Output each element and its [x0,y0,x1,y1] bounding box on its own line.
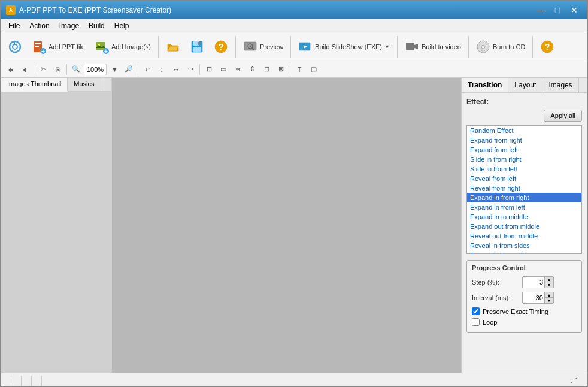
build-video-icon [405,40,419,54]
progress-control: Progress Control Step (%): 3 ▲ ▼ Interva… [466,260,582,333]
tb2-zoom-in-button[interactable]: 🔍 [69,63,83,76]
tb2-rect-button[interactable]: ▭ [217,63,230,76]
tb2-flip-h-button[interactable]: ↔ [169,63,183,76]
effect-item-1[interactable]: Random Effect [467,126,581,135]
add-ppt-icon: + [32,40,46,54]
tb2-copy-button[interactable]: ⎘ [51,63,64,76]
tb2-cut-button[interactable]: ✂ [37,63,50,76]
menu-build[interactable]: Build [84,20,110,31]
title-bar: A A-PDF PPT To EXE (PPT Screensaver Crea… [1,1,587,19]
tb2-select-button[interactable]: ⊡ [202,63,216,76]
menu-bar: File Action Image Build Help [1,19,587,32]
tb2-dist-v-button[interactable]: ⊠ [274,63,287,76]
status-seg3 [26,376,32,386]
preserve-timing-checkbox[interactable] [472,307,480,315]
effect-item-12[interactable]: Reveal out from middle [467,231,581,241]
app-title: A-PDF PPT To EXE (PPT Screensaver Creato… [19,6,171,14]
add-ppt-button[interactable]: + Add PPT file [28,34,89,59]
menu-action[interactable]: Action [25,20,54,31]
maximize-button[interactable]: □ [550,4,565,16]
step-spinner[interactable]: 3 ▲ ▼ [522,276,554,288]
tb2-sep3 [138,64,138,75]
tb2-align-h-button[interactable]: ⇔ [231,63,244,76]
interval-spinner-btns: ▲ ▼ [544,292,553,303]
tab-transition[interactable]: Transition [462,78,508,92]
build-slideshow-button[interactable]: Build SlideShow (EXE) ▼ [294,34,394,59]
effect-item-5[interactable]: Slide in from left [467,164,581,174]
close-button[interactable]: ✕ [566,4,582,16]
tab-layout[interactable]: Layout [508,78,542,92]
svg-point-1 [13,44,17,49]
effect-item-11[interactable]: Expand out from middle [467,222,581,231]
build-dropdown-icon[interactable]: ▼ [384,44,390,50]
toolbar2: ⏮ ⏴ ✂ ⎘ 🔍 100% ▼ 🔎 ↩ ↕ ↔ ↪ ⊡ ▭ ⇔ ⇕ ⊟ ⊠ T… [1,61,587,78]
svg-rect-23 [406,43,414,50]
tb2-sep4 [199,64,200,75]
effect-item-10[interactable]: Expand in to middle [467,212,581,222]
add-ppt-label: Add PPT file [49,43,85,50]
svg-rect-3 [35,43,41,44]
effect-item-6[interactable]: Reveal from left [467,174,581,183]
effect-item-3[interactable]: Expand from left [467,145,581,155]
step-increment[interactable]: ▲ [545,277,553,282]
tb2-dist-h-button[interactable]: ⊟ [260,63,273,76]
build-slideshow-icon [298,40,313,54]
svg-point-19 [249,45,251,47]
burn-cd-button[interactable]: Burn to CD [472,34,529,59]
build-video-button[interactable]: Build to video [401,34,465,59]
save-icon [190,40,204,54]
interval-increment[interactable]: ▲ [545,292,553,298]
apply-all-button[interactable]: Apply all [544,110,582,122]
separator-1 [158,36,159,58]
tab-images-thumbnail[interactable]: Images Thumbnail [1,78,68,92]
menu-image[interactable]: Image [54,20,84,31]
tb2-zoom-dropdown[interactable]: ▼ [108,63,121,76]
tab-musics[interactable]: Musics [68,78,101,91]
effect-item-7[interactable]: Reveal from right [467,183,581,193]
save-button[interactable] [186,34,208,59]
svg-text:?: ? [545,42,550,52]
refresh-button[interactable] [4,34,26,59]
add-image-label: Add Image(s) [111,43,151,50]
effect-item-4[interactable]: Slide in from right [467,155,581,164]
interval-decrement[interactable]: ▼ [545,298,553,303]
minimize-button[interactable]: — [533,4,548,16]
tb2-prev-button[interactable]: ⏴ [18,63,31,76]
step-decrement[interactable]: ▼ [545,282,553,288]
add-image-button[interactable]: + Add Image(s) [90,34,155,59]
burn-cd-icon [476,40,490,54]
help2-button[interactable]: ? [536,34,559,59]
tb2-first-button[interactable]: ⏮ [4,63,17,76]
refresh-icon [8,40,22,54]
effect-item-14[interactable]: Expand in from sides [467,250,581,254]
menu-file[interactable]: File [4,20,25,31]
tb2-text-button[interactable]: T [293,63,306,76]
status-seg4 [37,376,42,386]
effect-item-2[interactable]: Expand from right [467,135,581,145]
effect-item-8[interactable]: Expand in from right [467,193,581,202]
canvas-area[interactable] [112,78,461,373]
help-button[interactable]: ? [210,34,232,59]
interval-spinner[interactable]: 30 ▲ ▼ [522,292,554,304]
menu-help[interactable]: Help [110,20,134,31]
tb2-flip-v-button[interactable]: ↕ [155,63,168,76]
step-input[interactable]: 3 [523,277,544,288]
tb2-align-v-button[interactable]: ⇕ [245,63,259,76]
step-spinner-btns: ▲ ▼ [544,277,553,288]
tb2-draw-button[interactable]: ▢ [307,63,320,76]
tb2-rotate-left-button[interactable]: ↩ [141,63,154,76]
tb2-rotate-right-button[interactable]: ↪ [184,63,197,76]
tb2-zoom-out-button[interactable]: 🔎 [122,63,135,76]
open-button[interactable] [162,34,184,59]
effect-item-9[interactable]: Expand in from left [467,202,581,212]
loop-checkbox[interactable] [472,318,480,326]
preserve-timing-label: Preserve Exact Timing [483,308,548,315]
tab-images[interactable]: Images [542,78,578,92]
open-icon [166,40,180,54]
effect-item-13[interactable]: Reveal in from sides [467,241,581,250]
step-label: Step (%): [472,279,520,286]
preview-button[interactable]: Preview [239,34,287,59]
effect-list[interactable]: Random EffectExpand from rightExpand fro… [466,125,582,254]
interval-input[interactable]: 30 [523,292,544,303]
preview-label: Preview [260,43,283,50]
